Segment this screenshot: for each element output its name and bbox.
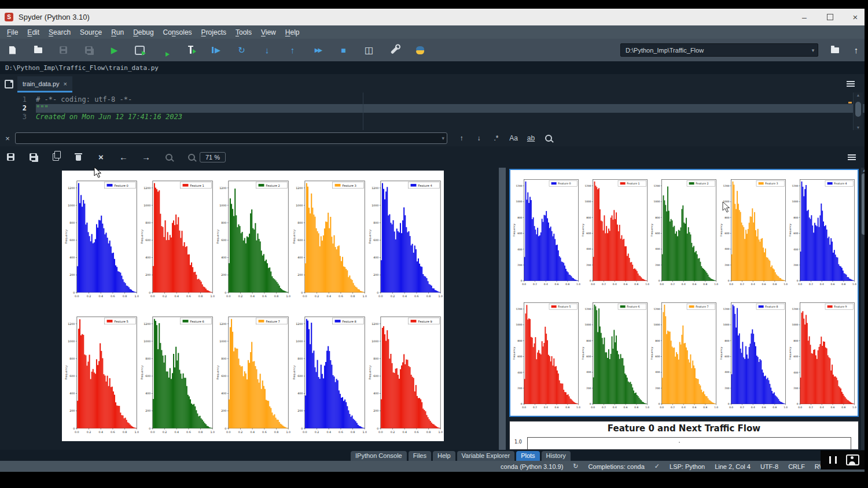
svg-text:600: 600 (222, 239, 227, 242)
whole-words-icon[interactable]: ab (526, 134, 536, 143)
svg-text:600: 600 (373, 239, 378, 242)
svg-text:1.0: 1.0 (286, 295, 291, 298)
pause-icon[interactable] (829, 456, 837, 464)
menu-file[interactable]: File (2, 27, 23, 38)
run-selection-icon[interactable] (186, 45, 196, 55)
close-tab-icon[interactable]: × (64, 80, 67, 87)
pane-tab-help[interactable]: Help (433, 451, 455, 461)
save-all-plots-icon[interactable] (28, 152, 38, 162)
code-editor[interactable]: 1# -*- coding: utf-8 -*-2"""3Created on … (0, 93, 868, 130)
pane-splitter[interactable] (499, 168, 506, 450)
thumbnail-next-traffic-flow[interactable]: Feature 0 and Next Traffic Flow 1.0 (509, 421, 859, 450)
run-cell-advance-icon[interactable] (160, 45, 170, 55)
continue-icon[interactable]: ▶▶ (313, 45, 323, 55)
scroll-up-icon[interactable]: ▲ (854, 93, 863, 97)
step-into-icon[interactable]: ↓ (262, 45, 272, 55)
browse-directory-button[interactable] (830, 45, 840, 55)
search-magnifier-icon[interactable] (543, 134, 553, 143)
svg-text:0: 0 (73, 427, 75, 430)
run-to-line-icon[interactable]: ▶ (211, 45, 221, 55)
svg-text:0.4: 0.4 (175, 431, 179, 434)
maximize-pane-icon[interactable]: ◫ (364, 45, 374, 55)
run-cell-icon[interactable] (135, 45, 145, 55)
svg-text:0: 0 (659, 279, 660, 282)
working-directory-combobox[interactable]: D:\Python_Imp\Traffic_Flow ▾ (620, 43, 818, 57)
pane-tab-variable-explorer[interactable]: Variable Explorer (457, 451, 515, 461)
search-input[interactable]: ▾ (15, 132, 447, 144)
next-plot-icon[interactable]: → (141, 152, 151, 162)
svg-text:1200: 1200 (68, 187, 75, 190)
zoom-level-indicator[interactable]: 71 % (200, 152, 226, 162)
subplot-feature-9: 0200400600800100012000.00.20.40.60.81.0F… (367, 308, 443, 443)
scroll-down-icon[interactable]: ▼ (854, 125, 863, 130)
svg-text:0: 0 (225, 427, 227, 430)
chevron-down-icon[interactable]: ▾ (442, 135, 447, 141)
copy-plot-icon[interactable] (51, 152, 61, 162)
browse-tabs-button[interactable] (0, 76, 17, 91)
tab-train-data-py[interactable]: train_data.py × (17, 76, 72, 93)
svg-text:0: 0 (797, 402, 799, 405)
close-find-button[interactable]: × (0, 134, 15, 143)
remove-all-plots-icon[interactable]: × (96, 152, 106, 162)
svg-text:600: 600 (793, 355, 799, 358)
webcam-person-icon[interactable] (846, 454, 859, 465)
parent-directory-button[interactable]: ↑ (851, 45, 861, 55)
chevron-down-icon[interactable]: ▾ (808, 47, 818, 53)
svg-text:0.2: 0.2 (314, 295, 319, 298)
editor-options-button[interactable] (845, 79, 855, 88)
run-file-icon[interactable]: ▶ (109, 45, 119, 55)
svg-text:0.4: 0.4 (544, 406, 548, 409)
restore-button[interactable] (817, 9, 843, 25)
svg-text:0.6: 0.6 (762, 406, 766, 409)
menu-help[interactable]: Help (281, 27, 304, 38)
case-sensitive-icon[interactable]: Aa (509, 134, 518, 143)
menu-debug[interactable]: Debug (128, 27, 158, 38)
menu-edit[interactable]: Edit (23, 27, 44, 38)
svg-text:0.8: 0.8 (350, 295, 355, 298)
pane-tab-history[interactable]: History (542, 451, 571, 461)
new-file-icon[interactable] (8, 45, 17, 55)
menu-tools[interactable]: Tools (231, 27, 256, 38)
find-next-icon[interactable]: ↓ (474, 134, 484, 143)
rerun-cell-icon[interactable]: ↻ (237, 45, 247, 55)
save-all-icon[interactable] (84, 45, 94, 55)
save-icon[interactable] (58, 45, 68, 55)
code-line-3[interactable]: 3Created on Mon Jun 12 17:41:16 2023 (0, 113, 868, 121)
svg-text:Feature 0: Feature 0 (114, 184, 128, 187)
pane-tab-plots[interactable]: Plots (516, 451, 539, 461)
pane-tab-files[interactable]: Files (409, 451, 431, 461)
save-plot-icon[interactable] (6, 152, 16, 162)
menu-projects[interactable]: Projects (197, 27, 231, 38)
thumbnail-histogram-grid-selected[interactable]: 0200400600800100012000.00.20.40.60.81.0F… (509, 169, 859, 417)
svg-text:0.8: 0.8 (198, 295, 203, 298)
step-return-icon[interactable]: ↑ (288, 45, 297, 55)
menu-consoles[interactable]: Consoles (159, 27, 197, 38)
code-line-1[interactable]: 1# -*- coding: utf-8 -*- (0, 95, 868, 104)
svg-text:Feature 4: Feature 4 (834, 182, 847, 185)
previous-plot-icon[interactable]: ← (119, 152, 128, 162)
editor-scrollbar-thumb[interactable] (855, 102, 861, 117)
code-line-2[interactable]: 2""" (0, 104, 868, 113)
preferences-wrench-icon[interactable] (389, 45, 399, 55)
menu-run[interactable]: Run (106, 27, 128, 38)
svg-text:1200: 1200 (144, 322, 150, 325)
menu-search[interactable]: Search (44, 27, 75, 38)
find-previous-icon[interactable]: ↑ (457, 134, 466, 143)
python-environment-icon[interactable] (415, 45, 425, 55)
minimize-button[interactable]: – (792, 9, 817, 25)
zoom-in-icon[interactable] (164, 152, 174, 162)
menu-source[interactable]: Source (75, 27, 106, 38)
subplot-feature-9: 0200400600800100012000.00.20.40.60.81.0F… (788, 294, 856, 417)
plot-title: Feature 0 and Next Traffic Flow (510, 423, 858, 434)
svg-text:Feature 7: Feature 7 (266, 319, 280, 323)
menu-view[interactable]: View (256, 27, 281, 38)
open-file-icon[interactable] (33, 45, 43, 55)
remove-plot-icon[interactable] (73, 152, 83, 162)
stop-icon[interactable]: ■ (339, 45, 348, 55)
zoom-out-icon[interactable] (186, 152, 196, 162)
regex-icon[interactable]: .* (491, 134, 501, 143)
remove-all-plots-icon: × (98, 153, 104, 161)
editor-scrollbar[interactable]: ▲ ▼ (853, 93, 863, 130)
plots-options-button[interactable] (847, 152, 856, 162)
pane-tab-ipython-console[interactable]: IPython Console (351, 451, 407, 461)
